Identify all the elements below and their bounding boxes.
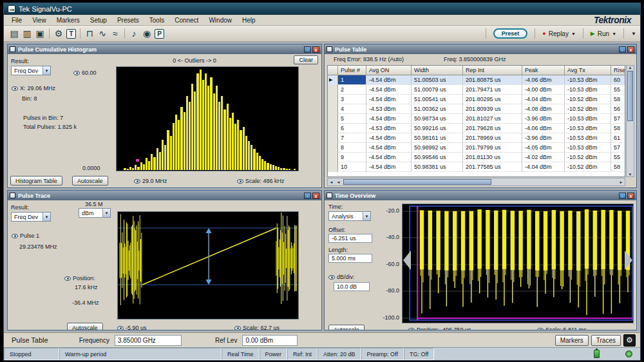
row-selector[interactable]: ▶	[328, 75, 338, 85]
wave-icon[interactable]: ∿	[96, 27, 109, 40]
row-selector[interactable]	[328, 143, 338, 153]
visibility-eye-icon[interactable]	[537, 328, 544, 331]
menu-presets[interactable]: Presets	[112, 16, 144, 24]
overview-autoscale-button[interactable]: Autoscale	[328, 325, 365, 330]
length-input[interactable]: 5.000 ms	[328, 254, 372, 263]
clear-button[interactable]: Clear	[294, 55, 318, 64]
dbdiv-input[interactable]: 10.0 dB	[334, 282, 370, 291]
visibility-eye-icon[interactable]	[134, 179, 140, 184]
table-row[interactable]: 5-4.54 dBm50.98734 us201.81027 us-3.96 d…	[328, 114, 625, 124]
time-dropdown[interactable]: Analysis ▼	[328, 211, 371, 221]
visibility-eye-icon[interactable]	[12, 86, 18, 91]
menu-file[interactable]: File	[6, 16, 27, 24]
column-header-rise[interactable]: Rise	[611, 66, 625, 75]
histogram-panel-titlebar[interactable]: Pulse Cumulative Histogram ▫ x	[8, 44, 321, 54]
result-dropdown[interactable]: Freq Dev ▼	[11, 66, 51, 75]
offset-input[interactable]: -6.251 us	[328, 234, 372, 243]
histogram-plot[interactable]	[116, 66, 299, 171]
menu-setup[interactable]: Setup	[85, 16, 112, 24]
scroll-left-icon[interactable]: ◄	[335, 180, 342, 184]
panel-close-icon[interactable]: x	[627, 193, 634, 199]
panel-maximize-icon[interactable]: ▫	[619, 193, 626, 199]
trace-autoscale-button[interactable]: Autoscale	[67, 323, 103, 330]
table-row[interactable]: ▶1-4.54 dBm51.00503 us201.80875 us-4.06 …	[328, 75, 625, 85]
column-header-avg-tx[interactable]: Avg Tx	[565, 66, 611, 75]
table-row[interactable]: 4-4.53 dBm51.00362 us201.80939 us-4.08 d…	[328, 104, 625, 114]
p-marker-icon[interactable]: P	[155, 29, 164, 39]
row-selector[interactable]	[328, 162, 338, 172]
table-row[interactable]: 10-4.54 dBm50.98381 us201.77585 us-4.04 …	[328, 162, 625, 172]
pulse-trace-panel-titlebar[interactable]: Pulse Trace ▫ x	[8, 191, 321, 200]
toolbar-overflow-chevron-icon[interactable]: ▼	[631, 31, 636, 37]
pulse-trace-icon[interactable]: ⊓	[83, 27, 96, 40]
row-selector[interactable]	[328, 85, 338, 95]
menu-connect[interactable]: Connect	[169, 16, 204, 24]
chirp-icon[interactable]: ≈	[109, 27, 122, 40]
scroll-left-icon[interactable]: ◄	[328, 180, 335, 184]
row-selector[interactable]	[328, 153, 338, 162]
scroll-thumb[interactable]	[343, 179, 491, 185]
table-row[interactable]: 9-4.54 dBm50.99546 us201.81130 us-4.02 d…	[328, 153, 625, 162]
column-header-avg-on[interactable]: Avg ON	[366, 66, 412, 75]
pulse-table-panel-titlebar[interactable]: Pulse Table ▫ x	[325, 44, 636, 54]
row-selector[interactable]	[328, 95, 338, 104]
visibility-eye-icon[interactable]	[234, 326, 241, 330]
histogram-marker[interactable]	[136, 159, 139, 162]
column-header-width[interactable]: Width	[412, 66, 463, 75]
run-button[interactable]: ▶ Run ▼	[591, 30, 616, 37]
ref-lev-input[interactable]: 0.00 dBm	[242, 335, 298, 346]
markers-button[interactable]: Markers	[555, 335, 589, 346]
traces-button[interactable]: Traces	[591, 335, 621, 346]
menu-window[interactable]: Window	[204, 16, 237, 24]
histogram-table-button[interactable]: Histogram Table	[10, 176, 62, 186]
panel-close-icon[interactable]: x	[312, 193, 319, 199]
chevron-down-icon[interactable]: ▼	[571, 32, 576, 36]
units-dropdown[interactable]: dBm ▼	[79, 208, 111, 218]
settings-gear-button[interactable]: ⚙	[623, 334, 636, 347]
pulse-trace-plot[interactable]	[117, 211, 299, 319]
visibility-eye-icon[interactable]	[117, 326, 124, 330]
print-icon[interactable]: ▣	[33, 27, 46, 40]
scroll-up-icon[interactable]: ▲	[627, 66, 634, 70]
scroll-thumb[interactable]	[627, 71, 633, 121]
visibility-eye-icon[interactable]	[12, 234, 18, 238]
table-row[interactable]: 2-4.54 dBm51.00079 us201.79471 us-4.00 d…	[328, 85, 625, 95]
horizontal-scrollbar[interactable]: ◄ ◄ ►	[327, 178, 625, 186]
chevron-down-icon[interactable]: ▼	[612, 32, 616, 36]
menu-view[interactable]: View	[27, 16, 52, 24]
save-icon[interactable]: ▥	[21, 27, 33, 40]
column-header-peak[interactable]: Peak	[522, 66, 565, 75]
preset-button[interactable]: Preset	[493, 28, 528, 39]
open-icon[interactable]: ▤	[8, 27, 21, 40]
table-row[interactable]: 8-4.54 dBm50.98992 us201.79799 us-4.05 d…	[328, 143, 625, 153]
visibility-eye-icon[interactable]	[64, 276, 71, 281]
window-titlebar[interactable]: Tek SignalVu-PC	[4, 3, 640, 15]
visibility-eye-icon[interactable]	[237, 179, 243, 184]
row-selector[interactable]	[328, 104, 338, 114]
panel-maximize-icon[interactable]: ▫	[304, 193, 311, 199]
vertical-scrollbar[interactable]: ▲ ▼	[626, 65, 634, 177]
row-selector[interactable]	[328, 124, 338, 133]
table-row[interactable]: 3-4.54 dBm51.00541 us201.80295 us-4.04 d…	[328, 95, 625, 104]
panel-maximize-icon[interactable]: ▫	[619, 46, 626, 53]
column-header-pulse-[interactable]: Pulse #	[338, 66, 366, 75]
scroll-right-icon[interactable]: ►	[618, 180, 625, 184]
panel-close-icon[interactable]: x	[312, 46, 319, 53]
visibility-eye-icon[interactable]	[328, 275, 335, 280]
audio-icon[interactable]: ♪	[128, 27, 140, 40]
visibility-eye-icon[interactable]	[408, 328, 415, 331]
time-overview-plot[interactable]	[402, 204, 634, 323]
replay-button[interactable]: ● Replay ▼	[542, 30, 576, 37]
table-row[interactable]: 6-4.53 dBm50.99216 us201.79628 us-4.06 d…	[328, 124, 625, 133]
menu-tools[interactable]: Tools	[144, 16, 169, 24]
scroll-down-icon[interactable]: ▼	[627, 173, 634, 176]
panel-close-icon[interactable]: x	[627, 46, 634, 53]
pulse-table-grid[interactable]: Pulse #Avg ONWidthRep IntPeakAvg TxRise …	[327, 65, 625, 177]
time-overview-panel-titlebar[interactable]: Time Overview ▫ x	[325, 191, 636, 200]
visibility-eye-icon[interactable]	[73, 71, 80, 75]
camera-icon[interactable]: ◉	[140, 27, 153, 40]
result-dropdown[interactable]: Freq Dev ▼	[11, 212, 51, 222]
frequency-input[interactable]: 3.85000 GHz	[115, 335, 182, 346]
table-row[interactable]: 7-4.54 dBm50.98161 us201.78969 us-3.96 d…	[328, 133, 625, 143]
menu-help[interactable]: Help	[237, 16, 261, 24]
